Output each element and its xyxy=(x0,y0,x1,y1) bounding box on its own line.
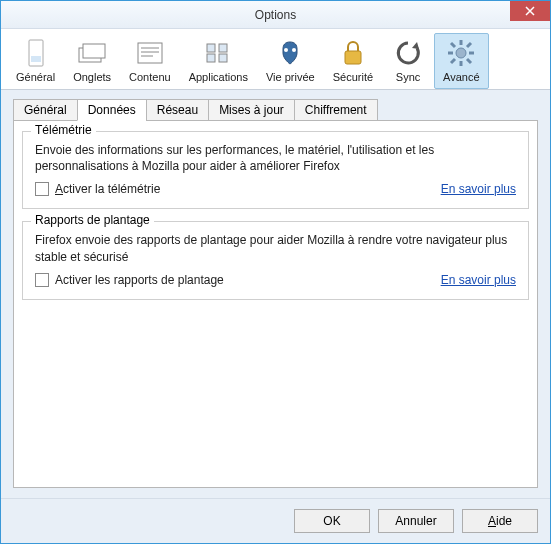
ok-button[interactable]: OK xyxy=(294,509,370,533)
telemetry-row: Activer la télémétrie En savoir plus xyxy=(35,182,516,196)
telemetry-title: Télémétrie xyxy=(31,123,96,137)
toolbar-tabs[interactable]: Onglets xyxy=(64,33,120,89)
svg-point-12 xyxy=(284,48,288,52)
crash-learn-more-link[interactable]: En savoir plus xyxy=(441,273,516,287)
content-icon xyxy=(134,37,166,69)
telemetry-group: Télémétrie Envoie des informations sur l… xyxy=(22,131,529,209)
telemetry-checkbox[interactable] xyxy=(35,182,49,196)
svg-rect-10 xyxy=(207,54,215,62)
window-title: Options xyxy=(255,8,296,22)
svg-rect-4 xyxy=(138,43,162,63)
crash-row: Activer les rapports de plantage En savo… xyxy=(35,273,516,287)
svg-line-21 xyxy=(467,59,471,63)
toolbar-tabs-label: Onglets xyxy=(73,71,111,83)
toolbar-general-label: Général xyxy=(16,71,55,83)
svg-rect-8 xyxy=(207,44,215,52)
toolbar-security[interactable]: Sécurité xyxy=(324,33,382,89)
applications-icon xyxy=(202,37,234,69)
svg-rect-11 xyxy=(219,54,227,62)
content-area: Général Données Réseau Mises à jour Chif… xyxy=(1,90,550,498)
telemetry-learn-more-link[interactable]: En savoir plus xyxy=(441,182,516,196)
toolbar-applications-label: Applications xyxy=(189,71,248,83)
sync-icon xyxy=(392,37,424,69)
advanced-subtabs: Général Données Réseau Mises à jour Chif… xyxy=(13,98,538,120)
titlebar: Options xyxy=(1,1,550,29)
svg-line-23 xyxy=(451,59,455,63)
subtab-updates[interactable]: Mises à jour xyxy=(208,99,295,121)
subtab-network[interactable]: Réseau xyxy=(146,99,209,121)
svg-point-13 xyxy=(292,48,296,52)
toolbar-privacy[interactable]: Vie privée xyxy=(257,33,324,89)
toolbar-privacy-label: Vie privée xyxy=(266,71,315,83)
crash-checkbox[interactable] xyxy=(35,273,49,287)
toolbar-general[interactable]: Général xyxy=(7,33,64,89)
advanced-icon xyxy=(445,37,477,69)
help-button[interactable]: Aide xyxy=(462,509,538,533)
subtab-encryption[interactable]: Chiffrement xyxy=(294,99,378,121)
crash-checkbox-label[interactable]: Activer les rapports de plantage xyxy=(55,273,224,287)
toolbar-content[interactable]: Contenu xyxy=(120,33,180,89)
svg-rect-1 xyxy=(31,56,41,62)
data-panel: Télémétrie Envoie des informations sur l… xyxy=(13,120,538,488)
toolbar-applications[interactable]: Applications xyxy=(180,33,257,89)
telemetry-checkbox-label[interactable]: Activer la télémétrie xyxy=(55,182,160,196)
security-icon xyxy=(337,37,369,69)
toolbar-security-label: Sécurité xyxy=(333,71,373,83)
dialog-footer: OK Annuler Aide xyxy=(1,498,550,543)
crash-desc: Firefox envoie des rapports de plantage … xyxy=(35,232,516,264)
close-icon xyxy=(525,6,535,16)
svg-rect-3 xyxy=(83,44,105,58)
svg-rect-0 xyxy=(29,40,43,66)
svg-line-22 xyxy=(467,43,471,47)
crash-title: Rapports de plantage xyxy=(31,213,154,227)
svg-rect-14 xyxy=(345,51,361,64)
privacy-icon xyxy=(274,37,306,69)
general-icon xyxy=(20,37,52,69)
subtab-data[interactable]: Données xyxy=(77,99,147,121)
toolbar-advanced[interactable]: Avancé xyxy=(434,33,489,89)
telemetry-desc: Envoie des informations sur les performa… xyxy=(35,142,516,174)
crash-group: Rapports de plantage Firefox envoie des … xyxy=(22,221,529,299)
subtab-general[interactable]: Général xyxy=(13,99,78,121)
toolbar-sync[interactable]: Sync xyxy=(382,33,434,89)
toolbar-advanced-label: Avancé xyxy=(443,71,480,83)
options-window: Options Général Onglets Contenu Applicat… xyxy=(0,0,551,544)
toolbar-content-label: Contenu xyxy=(129,71,171,83)
svg-rect-9 xyxy=(219,44,227,52)
cancel-button[interactable]: Annuler xyxy=(378,509,454,533)
tabs-icon xyxy=(76,37,108,69)
close-button[interactable] xyxy=(510,1,550,21)
svg-point-15 xyxy=(456,48,466,58)
category-toolbar: Général Onglets Contenu Applications Vie… xyxy=(1,29,550,90)
toolbar-sync-label: Sync xyxy=(396,71,420,83)
svg-line-20 xyxy=(451,43,455,47)
